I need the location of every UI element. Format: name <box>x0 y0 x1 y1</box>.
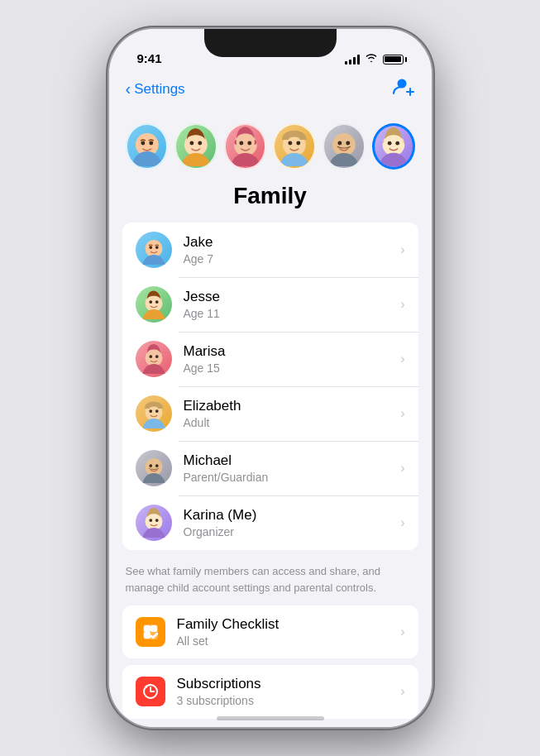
avatar-elizabeth[interactable] <box>273 123 316 170</box>
wifi-icon <box>365 53 378 65</box>
svg-point-18 <box>297 141 301 146</box>
avatar-jesse-small <box>136 286 172 323</box>
checklist-icon <box>141 623 160 641</box>
avatar-jesse[interactable] <box>174 123 217 170</box>
karina-memoji <box>375 127 413 166</box>
chevron-icon: › <box>400 515 404 530</box>
elizabeth-name: Elizabeth <box>184 397 401 415</box>
michael-text: Michael Parent/Guardian <box>184 452 401 485</box>
svg-point-17 <box>289 141 293 146</box>
marisa-text: Marisa Age 15 <box>184 342 401 376</box>
battery-icon <box>383 55 407 65</box>
jesse-name: Jesse <box>184 288 401 306</box>
notch <box>204 29 337 57</box>
checklist-icon-box <box>136 617 165 647</box>
elizabeth-text: Elizabeth Adult <box>184 397 401 430</box>
jesse-subtitle: Age 11 <box>184 306 401 321</box>
back-chevron-icon: ‹ <box>126 79 131 98</box>
chevron-icon: › <box>400 461 404 476</box>
svg-point-8 <box>181 153 211 166</box>
michael-subtitle: Parent/Guardian <box>184 470 401 485</box>
jake-subtitle: Age 7 <box>184 251 401 266</box>
svg-point-48 <box>142 528 165 538</box>
avatar-karina[interactable] <box>372 123 415 170</box>
svg-point-19 <box>332 133 356 156</box>
svg-point-28 <box>142 255 165 265</box>
svg-point-22 <box>346 141 350 146</box>
status-time: 9:41 <box>137 51 162 65</box>
checklist-section: Family Checklist All set › <box>122 605 418 658</box>
svg-point-4 <box>131 151 161 166</box>
jake-text: Jake Age 7 <box>184 233 401 266</box>
svg-point-44 <box>142 473 165 483</box>
add-family-button[interactable] <box>392 77 415 102</box>
list-item-jesse[interactable]: Jesse Age 11 › <box>122 277 418 332</box>
avatar-row <box>109 110 432 179</box>
list-item-michael[interactable]: Michael Parent/Guardian › <box>122 441 418 495</box>
subscriptions-icon-box <box>136 677 165 706</box>
svg-point-29 <box>149 246 152 249</box>
list-item-jake[interactable]: Jake Age 7 › <box>122 222 418 277</box>
subscriptions-text: Subscriptions 3 subscriptions <box>177 675 401 708</box>
svg-point-34 <box>155 300 158 304</box>
svg-point-37 <box>149 355 152 358</box>
subscriptions-section: Subscriptions 3 subscriptions › <box>122 665 418 718</box>
add-person-icon <box>392 77 415 97</box>
back-button[interactable]: ‹ Settings <box>126 80 185 98</box>
nav-bar: ‹ Settings <box>109 70 432 110</box>
svg-point-33 <box>149 300 152 304</box>
jesse-text: Jesse Age 11 <box>184 288 401 321</box>
svg-rect-52 <box>144 625 151 632</box>
signal-icon <box>345 55 360 65</box>
svg-point-12 <box>231 153 260 166</box>
jake-name: Jake <box>184 233 401 251</box>
karina-text: Karina (Me) Organizer <box>184 506 401 539</box>
svg-point-38 <box>155 355 158 358</box>
phone-frame: 9:41 <box>109 29 432 727</box>
michael-memoji <box>324 127 364 166</box>
subscriptions-subtitle: 3 subscriptions <box>177 693 401 708</box>
avatar-marisa[interactable] <box>224 123 267 170</box>
status-icons <box>345 53 407 65</box>
svg-point-40 <box>142 419 165 428</box>
jesse-memoji <box>176 127 216 166</box>
svg-point-50 <box>155 519 158 522</box>
avatar-jake[interactable] <box>126 123 169 170</box>
list-item-subscriptions[interactable]: Subscriptions 3 subscriptions › <box>122 665 418 718</box>
svg-point-46 <box>155 464 158 467</box>
svg-point-21 <box>337 141 342 146</box>
marisa-subtitle: Age 15 <box>184 361 401 376</box>
chevron-icon: › <box>400 406 404 421</box>
home-indicator <box>217 716 324 720</box>
subscriptions-name: Subscriptions <box>177 675 401 693</box>
chevron-icon: › <box>400 352 404 366</box>
svg-point-14 <box>247 141 251 146</box>
svg-point-32 <box>142 309 165 319</box>
svg-point-9 <box>190 141 194 146</box>
page-title: Family <box>109 179 432 222</box>
chevron-icon: › <box>400 684 404 699</box>
screen: 9:41 <box>109 29 432 727</box>
list-item-elizabeth[interactable]: Elizabeth Adult › <box>122 386 418 441</box>
elizabeth-memoji <box>275 127 314 166</box>
family-description: See what family members can access and s… <box>109 557 432 605</box>
svg-point-43 <box>145 458 162 476</box>
subscriptions-icon <box>141 682 160 701</box>
avatar-michael-small <box>136 450 172 486</box>
svg-point-26 <box>395 141 399 146</box>
content-area: ‹ Settings <box>109 70 432 727</box>
list-item-marisa[interactable]: Marisa Age 15 › <box>122 332 418 386</box>
svg-point-13 <box>239 141 243 146</box>
svg-point-49 <box>149 519 152 522</box>
avatar-karina-small <box>136 505 172 541</box>
michael-name: Michael <box>184 452 401 470</box>
svg-point-24 <box>379 153 407 166</box>
karina-subtitle: Organizer <box>184 524 401 539</box>
svg-point-6 <box>149 141 153 146</box>
marisa-name: Marisa <box>184 342 401 361</box>
avatar-michael[interactable] <box>323 123 366 170</box>
svg-point-20 <box>329 153 359 166</box>
list-item-checklist[interactable]: Family Checklist All set › <box>122 605 418 658</box>
svg-point-42 <box>155 409 158 413</box>
list-item-karina[interactable]: Karina (Me) Organizer › <box>122 495 418 550</box>
